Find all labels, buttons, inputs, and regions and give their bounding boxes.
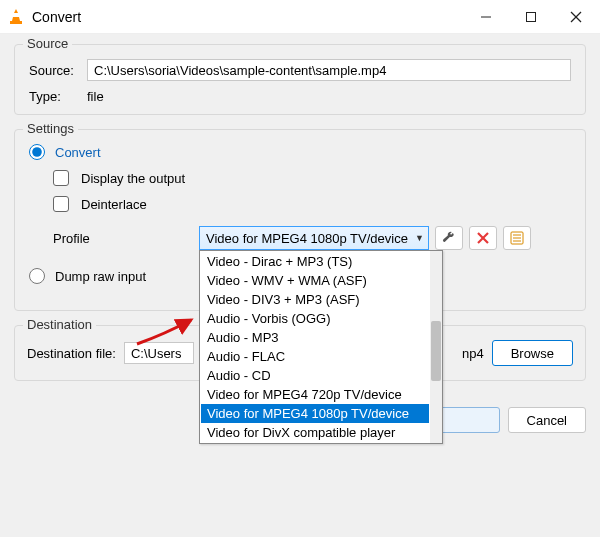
profile-option[interactable]: Audio - FLAC [201,347,429,366]
svg-marker-0 [14,9,18,13]
app-icon [8,8,24,26]
profile-combobox[interactable]: Video for MPEG4 1080p TV/device ▼ Video … [199,226,429,250]
profile-dropdown-list: Video - Dirac + MP3 (TS) Video - WMV + W… [200,251,430,443]
destination-file-label: Destination file: [27,346,116,361]
profile-option[interactable]: Video for MPEG4 1080p TV/device [201,404,429,423]
chevron-down-icon: ▼ [415,233,424,243]
destination-ext-fragment: np4 [460,346,484,361]
convert-radio[interactable] [29,144,45,160]
dropdown-scrollbar[interactable] [430,251,442,443]
profile-option[interactable]: Audio - Vorbis (OGG) [201,309,429,328]
source-path-input[interactable] [87,59,571,81]
profile-label: Profile [53,231,193,246]
display-output-label: Display the output [81,171,185,186]
wrench-icon [442,231,456,245]
x-icon [477,232,489,244]
svg-rect-5 [526,12,535,21]
edit-profile-button[interactable] [435,226,463,250]
window-title: Convert [32,9,463,25]
profile-dropdown: Video - Dirac + MP3 (TS) Video - WMV + W… [199,250,443,444]
source-legend: Source [23,36,72,51]
browse-button[interactable]: Browse [492,340,573,366]
profile-option[interactable]: Video - DIV3 + MP3 (ASF) [201,290,429,309]
profile-option[interactable]: Video - WMV + WMA (ASF) [201,271,429,290]
convert-radio-label: Convert [55,145,101,160]
new-profile-button[interactable] [503,226,531,250]
type-label: Type: [29,89,81,104]
destination-input[interactable] [124,342,194,364]
profile-combo-display[interactable]: Video for MPEG4 1080p TV/device ▼ [199,226,429,250]
settings-fieldset: Settings Convert Display the output Dein… [14,129,586,311]
deinterlace-label: Deinterlace [81,197,147,212]
new-profile-icon [510,231,524,245]
profile-selected-text: Video for MPEG4 1080p TV/device [206,231,415,246]
profile-option[interactable]: Video - Dirac + MP3 (TS) [201,252,429,271]
scrollbar-thumb[interactable] [431,321,441,381]
profile-option[interactable]: Video for DivX compatible player [201,423,429,442]
destination-legend: Destination [23,317,96,332]
source-fieldset: Source Source: Type: file [14,44,586,115]
display-output-checkbox[interactable] [53,170,69,186]
settings-legend: Settings [23,121,78,136]
delete-profile-button[interactable] [469,226,497,250]
profile-option[interactable]: Audio - MP3 [201,328,429,347]
type-value: file [87,89,104,104]
svg-marker-1 [13,13,19,17]
deinterlace-checkbox[interactable] [53,196,69,212]
svg-marker-2 [12,17,20,21]
dump-radio[interactable] [29,268,45,284]
svg-rect-3 [10,21,22,24]
profile-option[interactable]: Audio - CD [201,366,429,385]
cancel-button[interactable]: Cancel [508,407,586,433]
source-label: Source: [29,63,81,78]
maximize-button[interactable] [508,1,553,33]
close-button[interactable] [553,1,598,33]
title-bar: Convert [0,0,600,34]
minimize-button[interactable] [463,1,508,33]
dump-radio-label: Dump raw input [55,269,146,284]
profile-option[interactable]: Video for MPEG4 720p TV/device [201,385,429,404]
